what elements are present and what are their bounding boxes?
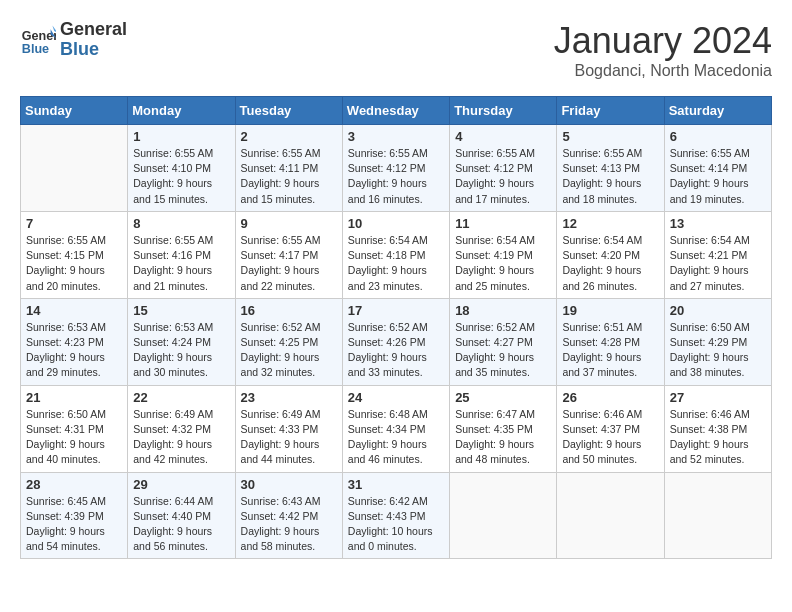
day-info: Sunrise: 6:52 AMSunset: 4:26 PMDaylight:… [348,320,444,381]
day-info: Sunrise: 6:44 AMSunset: 4:40 PMDaylight:… [133,494,229,555]
calendar-cell: 31Sunrise: 6:42 AMSunset: 4:43 PMDayligh… [342,472,449,559]
day-number: 29 [133,477,229,492]
logo-icon: General Blue [20,22,56,58]
weekday-header: Saturday [664,97,771,125]
day-number: 28 [26,477,122,492]
day-number: 19 [562,303,658,318]
weekday-header: Thursday [450,97,557,125]
logo: General Blue General Blue [20,20,127,60]
calendar-cell: 9Sunrise: 6:55 AMSunset: 4:17 PMDaylight… [235,211,342,298]
weekday-header: Tuesday [235,97,342,125]
day-number: 25 [455,390,551,405]
calendar-cell: 16Sunrise: 6:52 AMSunset: 4:25 PMDayligh… [235,298,342,385]
day-number: 14 [26,303,122,318]
day-info: Sunrise: 6:55 AMSunset: 4:15 PMDaylight:… [26,233,122,294]
weekday-row: SundayMondayTuesdayWednesdayThursdayFrid… [21,97,772,125]
calendar-header: SundayMondayTuesdayWednesdayThursdayFrid… [21,97,772,125]
day-info: Sunrise: 6:49 AMSunset: 4:32 PMDaylight:… [133,407,229,468]
day-number: 26 [562,390,658,405]
day-info: Sunrise: 6:50 AMSunset: 4:29 PMDaylight:… [670,320,766,381]
day-number: 18 [455,303,551,318]
day-number: 13 [670,216,766,231]
day-number: 5 [562,129,658,144]
day-number: 2 [241,129,337,144]
calendar-cell: 1Sunrise: 6:55 AMSunset: 4:10 PMDaylight… [128,125,235,212]
day-number: 16 [241,303,337,318]
day-number: 17 [348,303,444,318]
calendar-cell: 10Sunrise: 6:54 AMSunset: 4:18 PMDayligh… [342,211,449,298]
calendar-cell: 2Sunrise: 6:55 AMSunset: 4:11 PMDaylight… [235,125,342,212]
day-number: 27 [670,390,766,405]
day-number: 11 [455,216,551,231]
calendar-cell: 11Sunrise: 6:54 AMSunset: 4:19 PMDayligh… [450,211,557,298]
calendar-cell: 26Sunrise: 6:46 AMSunset: 4:37 PMDayligh… [557,385,664,472]
calendar-cell: 23Sunrise: 6:49 AMSunset: 4:33 PMDayligh… [235,385,342,472]
calendar-subtitle: Bogdanci, North Macedonia [554,62,772,80]
day-info: Sunrise: 6:54 AMSunset: 4:18 PMDaylight:… [348,233,444,294]
day-info: Sunrise: 6:48 AMSunset: 4:34 PMDaylight:… [348,407,444,468]
page-header: General Blue General Blue January 2024 B… [20,20,772,80]
day-number: 3 [348,129,444,144]
calendar-cell: 25Sunrise: 6:47 AMSunset: 4:35 PMDayligh… [450,385,557,472]
calendar-cell: 17Sunrise: 6:52 AMSunset: 4:26 PMDayligh… [342,298,449,385]
day-info: Sunrise: 6:55 AMSunset: 4:12 PMDaylight:… [455,146,551,207]
day-number: 9 [241,216,337,231]
calendar-cell: 4Sunrise: 6:55 AMSunset: 4:12 PMDaylight… [450,125,557,212]
day-number: 12 [562,216,658,231]
day-number: 15 [133,303,229,318]
calendar-body: 1Sunrise: 6:55 AMSunset: 4:10 PMDaylight… [21,125,772,559]
day-info: Sunrise: 6:51 AMSunset: 4:28 PMDaylight:… [562,320,658,381]
day-info: Sunrise: 6:52 AMSunset: 4:25 PMDaylight:… [241,320,337,381]
day-info: Sunrise: 6:42 AMSunset: 4:43 PMDaylight:… [348,494,444,555]
day-number: 24 [348,390,444,405]
title-area: January 2024 Bogdanci, North Macedonia [554,20,772,80]
day-info: Sunrise: 6:55 AMSunset: 4:16 PMDaylight:… [133,233,229,294]
calendar-title: January 2024 [554,20,772,62]
day-info: Sunrise: 6:55 AMSunset: 4:17 PMDaylight:… [241,233,337,294]
calendar-week-row: 14Sunrise: 6:53 AMSunset: 4:23 PMDayligh… [21,298,772,385]
day-number: 7 [26,216,122,231]
calendar-cell: 13Sunrise: 6:54 AMSunset: 4:21 PMDayligh… [664,211,771,298]
calendar-week-row: 28Sunrise: 6:45 AMSunset: 4:39 PMDayligh… [21,472,772,559]
calendar-week-row: 7Sunrise: 6:55 AMSunset: 4:15 PMDaylight… [21,211,772,298]
weekday-header: Monday [128,97,235,125]
calendar-cell: 29Sunrise: 6:44 AMSunset: 4:40 PMDayligh… [128,472,235,559]
day-number: 10 [348,216,444,231]
day-number: 6 [670,129,766,144]
svg-text:Blue: Blue [22,41,49,55]
calendar-cell [450,472,557,559]
day-number: 1 [133,129,229,144]
calendar-cell [664,472,771,559]
calendar-cell: 12Sunrise: 6:54 AMSunset: 4:20 PMDayligh… [557,211,664,298]
day-info: Sunrise: 6:54 AMSunset: 4:19 PMDaylight:… [455,233,551,294]
calendar-cell: 22Sunrise: 6:49 AMSunset: 4:32 PMDayligh… [128,385,235,472]
calendar-table: SundayMondayTuesdayWednesdayThursdayFrid… [20,96,772,559]
calendar-cell: 19Sunrise: 6:51 AMSunset: 4:28 PMDayligh… [557,298,664,385]
calendar-cell [557,472,664,559]
calendar-cell: 14Sunrise: 6:53 AMSunset: 4:23 PMDayligh… [21,298,128,385]
day-info: Sunrise: 6:47 AMSunset: 4:35 PMDaylight:… [455,407,551,468]
logo-blue-text: Blue [60,40,127,60]
day-number: 21 [26,390,122,405]
day-info: Sunrise: 6:55 AMSunset: 4:13 PMDaylight:… [562,146,658,207]
day-info: Sunrise: 6:46 AMSunset: 4:38 PMDaylight:… [670,407,766,468]
calendar-cell: 18Sunrise: 6:52 AMSunset: 4:27 PMDayligh… [450,298,557,385]
calendar-cell: 27Sunrise: 6:46 AMSunset: 4:38 PMDayligh… [664,385,771,472]
day-info: Sunrise: 6:54 AMSunset: 4:20 PMDaylight:… [562,233,658,294]
day-number: 8 [133,216,229,231]
day-info: Sunrise: 6:45 AMSunset: 4:39 PMDaylight:… [26,494,122,555]
day-number: 23 [241,390,337,405]
day-number: 20 [670,303,766,318]
calendar-cell: 24Sunrise: 6:48 AMSunset: 4:34 PMDayligh… [342,385,449,472]
calendar-week-row: 1Sunrise: 6:55 AMSunset: 4:10 PMDaylight… [21,125,772,212]
day-info: Sunrise: 6:46 AMSunset: 4:37 PMDaylight:… [562,407,658,468]
day-info: Sunrise: 6:49 AMSunset: 4:33 PMDaylight:… [241,407,337,468]
calendar-cell: 28Sunrise: 6:45 AMSunset: 4:39 PMDayligh… [21,472,128,559]
day-info: Sunrise: 6:55 AMSunset: 4:11 PMDaylight:… [241,146,337,207]
calendar-cell: 5Sunrise: 6:55 AMSunset: 4:13 PMDaylight… [557,125,664,212]
day-info: Sunrise: 6:54 AMSunset: 4:21 PMDaylight:… [670,233,766,294]
logo-text: General Blue [60,20,127,60]
weekday-header: Wednesday [342,97,449,125]
day-number: 4 [455,129,551,144]
calendar-cell: 8Sunrise: 6:55 AMSunset: 4:16 PMDaylight… [128,211,235,298]
